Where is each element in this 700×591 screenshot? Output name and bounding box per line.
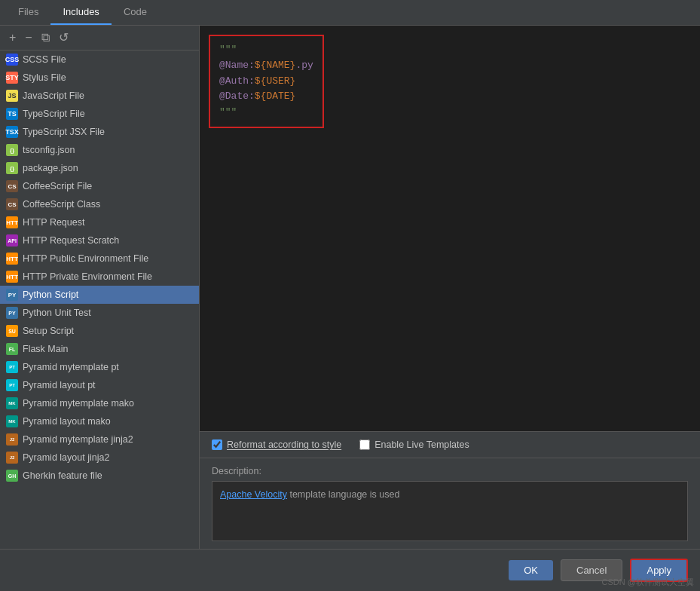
watermark: CSDN @软件测试大空翼	[602, 577, 694, 588]
tab-bar: Files Includes Code	[0, 0, 700, 26]
button-bar: OK Cancel Apply	[0, 549, 700, 591]
sidebar-label-tsx: TypeScript JSX File	[23, 127, 105, 137]
sidebar-item-javascript[interactable]: JSJavaScript File	[0, 87, 199, 105]
copy-button[interactable]: ⧉	[38, 30, 53, 45]
file-icon-pyramid-layout-mako: MK	[6, 415, 18, 427]
sidebar-label-setup-script: Setup Script	[23, 326, 74, 336]
dialog-container: Files Includes Code + − ⧉ ↺ CSSSCSS File…	[0, 0, 700, 591]
file-icon-javascript: JS	[6, 90, 18, 102]
reformat-label[interactable]: Reformat according to style	[227, 439, 341, 450]
sidebar-label-stylus: Stylus File	[23, 72, 66, 83]
add-button[interactable]: +	[6, 30, 19, 45]
file-icon-pyramid-pt: PT	[6, 361, 18, 373]
ok-button[interactable]: OK	[509, 560, 553, 580]
sidebar-item-gherkin[interactable]: GHGherkin feature file	[0, 467, 199, 485]
sidebar-label-pyramid-layout-jinja2: Pyramid layout jinja2	[23, 452, 109, 463]
sidebar-item-http-public[interactable]: HTTHTTP Public Environment File	[0, 250, 199, 268]
file-icon-coffeescript-class: CS	[6, 198, 18, 210]
file-icon-pyramid-layout-jinja2: J2	[6, 452, 18, 464]
code-editor[interactable]: """ @Name:${NAME}.py @Auth:${USER} @Date…	[200, 26, 700, 431]
sidebar-label-http-request: HTTP Request	[23, 217, 84, 228]
description-area: Description: Apache Velocity template la…	[200, 458, 700, 549]
file-icon-tsx: TSX	[6, 126, 18, 138]
sidebar: + − ⧉ ↺ CSSSCSS FileSTYStylus FileJSJava…	[0, 26, 200, 549]
sidebar-item-scss[interactable]: CSSSCSS File	[0, 51, 199, 69]
sidebar-label-typescript: TypeScript File	[23, 109, 85, 119]
sidebar-item-http-scratch[interactable]: APIHTTP Request Scratch	[0, 231, 199, 250]
code-line-1: """	[219, 42, 313, 58]
sidebar-item-typescript[interactable]: TSTypeScript File	[0, 105, 199, 123]
sidebar-item-tsx[interactable]: TSXTypeScript JSX File	[0, 123, 199, 141]
sidebar-item-pyramid-jinja2[interactable]: J2Pyramid mytemplate jinja2	[0, 430, 199, 449]
file-icon-typescript: TS	[6, 108, 18, 120]
file-icon-http-request: HTT	[6, 216, 18, 228]
description-label: Description:	[212, 466, 688, 476]
sidebar-label-gherkin: Gherkin feature file	[23, 470, 102, 481]
sidebar-item-package[interactable]: {}package.json	[0, 159, 199, 177]
sidebar-label-coffeescript: CoffeeScript File	[23, 181, 92, 191]
main-content: + − ⧉ ↺ CSSSCSS FileSTYStylus FileJSJava…	[0, 26, 700, 549]
sidebar-label-scss: SCSS File	[23, 54, 66, 65]
sidebar-label-pyramid-jinja2: Pyramid mytemplate jinja2	[23, 434, 133, 445]
sidebar-item-python-script[interactable]: PYPython Script	[0, 286, 199, 304]
options-bar: Reformat according to style Enable Live …	[200, 431, 700, 458]
sidebar-item-flask-main[interactable]: FLFlask Main	[0, 340, 199, 358]
file-icon-pyramid-layout-pt: PT	[6, 379, 18, 391]
code-highlight-box: """ @Name:${NAME}.py @Auth:${USER} @Date…	[209, 35, 324, 128]
sidebar-label-package: package.json	[23, 163, 78, 173]
file-icon-python-script: PY	[6, 289, 18, 301]
description-box: Apache Velocity template language is use…	[212, 481, 688, 541]
tab-code[interactable]: Code	[112, 0, 159, 25]
sidebar-label-pyramid-layout-pt: Pyramid layout pt	[23, 380, 96, 390]
code-line-3: @Auth:${USER}	[219, 74, 313, 90]
reset-button[interactable]: ↺	[56, 30, 72, 45]
live-templates-option: Enable Live Templates	[359, 439, 469, 450]
code-line-4: @Date:${DATE}	[219, 89, 313, 105]
file-icon-setup-script: SU	[6, 325, 18, 337]
sidebar-item-pyramid-layout-mako[interactable]: MKPyramid layout mako	[0, 412, 199, 430]
live-templates-checkbox[interactable]	[359, 439, 370, 450]
sidebar-item-python-unit[interactable]: PYPython Unit Test	[0, 304, 199, 322]
sidebar-label-http-private: HTTP Private Environment File	[23, 271, 152, 282]
sidebar-label-pyramid-pt: Pyramid mytemplate pt	[23, 362, 119, 372]
sidebar-toolbar: + − ⧉ ↺	[0, 26, 199, 51]
file-icon-coffeescript: CS	[6, 180, 18, 192]
sidebar-item-http-private[interactable]: HTTHTTP Private Environment File	[0, 268, 199, 286]
file-icon-http-private: HTT	[6, 271, 18, 283]
sidebar-label-http-scratch: HTTP Request Scratch	[23, 235, 119, 246]
sidebar-item-tsconfig[interactable]: {}tsconfig.json	[0, 141, 199, 159]
sidebar-item-setup-script[interactable]: SUSetup Script	[0, 322, 199, 340]
code-line-5: """	[219, 105, 313, 121]
sidebar-item-pyramid-mako[interactable]: MKPyramid mytemplate mako	[0, 394, 199, 412]
code-line-2: @Name:${NAME}.py	[219, 58, 313, 74]
reformat-checkbox[interactable]	[212, 439, 222, 450]
file-icon-gherkin: GH	[6, 470, 18, 482]
sidebar-item-coffeescript[interactable]: CSCoffeeScript File	[0, 177, 199, 195]
remove-button[interactable]: −	[22, 30, 35, 45]
file-icon-scss: CSS	[6, 54, 18, 66]
reformat-option: Reformat according to style	[212, 439, 341, 450]
file-icon-stylus: STY	[6, 72, 18, 84]
sidebar-item-stylus[interactable]: STYStylus File	[0, 69, 199, 87]
sidebar-item-pyramid-layout-pt[interactable]: PTPyramid layout pt	[0, 376, 199, 394]
file-icon-package: {}	[6, 162, 18, 174]
sidebar-item-coffeescript-class[interactable]: CSCoffeeScript Class	[0, 195, 199, 213]
sidebar-label-tsconfig: tsconfig.json	[23, 145, 75, 155]
tab-includes[interactable]: Includes	[50, 0, 111, 25]
sidebar-list: CSSSCSS FileSTYStylus FileJSJavaScript F…	[0, 51, 199, 549]
sidebar-label-coffeescript-class: CoffeeScript Class	[23, 199, 100, 210]
sidebar-item-pyramid-layout-jinja2[interactable]: J2Pyramid layout jinja2	[0, 449, 199, 467]
file-icon-pyramid-mako: MK	[6, 397, 18, 409]
sidebar-label-pyramid-layout-mako: Pyramid layout mako	[23, 416, 111, 427]
file-icon-flask-main: FL	[6, 343, 18, 355]
sidebar-label-python-script: Python Script	[23, 289, 78, 300]
live-templates-label[interactable]: Enable Live Templates	[374, 439, 469, 450]
tab-files[interactable]: Files	[6, 0, 50, 25]
sidebar-item-http-request[interactable]: HTTHTTP Request	[0, 213, 199, 231]
sidebar-item-pyramid-pt[interactable]: PTPyramid mytemplate pt	[0, 358, 199, 376]
file-icon-http-scratch: API	[6, 234, 18, 247]
apache-velocity-link[interactable]: Apache Velocity	[220, 489, 287, 500]
sidebar-label-pyramid-mako: Pyramid mytemplate mako	[23, 398, 134, 409]
file-icon-http-public: HTT	[6, 253, 18, 265]
description-body: template language is used	[287, 489, 399, 500]
